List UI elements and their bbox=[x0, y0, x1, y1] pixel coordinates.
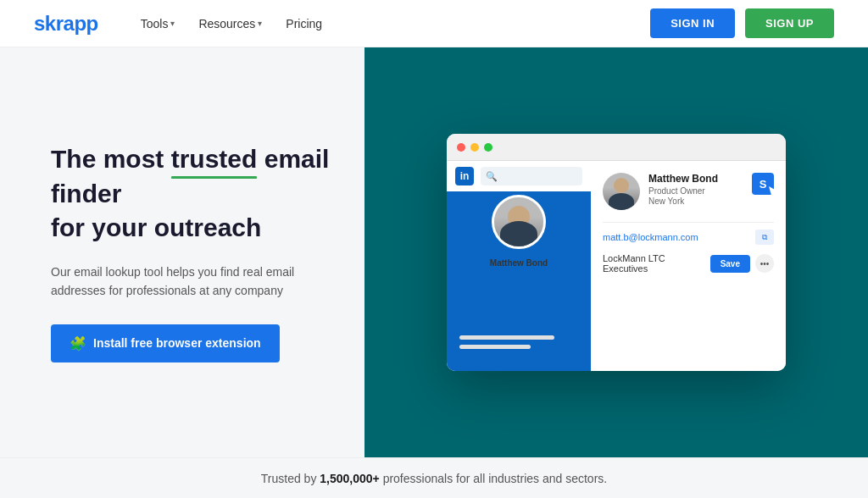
hero-section: The most trusted email finder for your o… bbox=[0, 47, 364, 457]
more-options-button[interactable]: ••• bbox=[755, 254, 774, 273]
li-avatar bbox=[492, 195, 546, 249]
header: skrapp Tools ▾ Resources ▾ Pricing SIGN … bbox=[0, 0, 868, 47]
browser-mockup: in 🔍 Matthew Bond bbox=[447, 134, 786, 371]
nav-tools-label: Tools bbox=[141, 17, 169, 30]
li-nav-bar: in 🔍 bbox=[447, 161, 591, 191]
nav-pricing-label: Pricing bbox=[286, 17, 322, 30]
li-line-2 bbox=[459, 345, 531, 349]
skrapp-extension-icon: S bbox=[752, 173, 774, 195]
browser-dot-red bbox=[457, 143, 465, 152]
popup-avatar bbox=[603, 173, 640, 210]
skrapp-popup: Matthew Bond Product Owner New York S ma… bbox=[591, 161, 786, 371]
li-name-below: Matthew Bond bbox=[447, 258, 591, 268]
nav-resources-label: Resources bbox=[198, 17, 255, 30]
nav-pricing[interactable]: Pricing bbox=[277, 12, 331, 36]
browser-bar bbox=[447, 134, 786, 161]
save-button[interactable]: Save bbox=[710, 255, 750, 273]
popup-email-row: matt.b@lockmann.com ⧉ bbox=[603, 230, 774, 245]
hero-title-part1: The most bbox=[51, 145, 171, 173]
cursor-icon bbox=[769, 186, 777, 198]
li-line-1 bbox=[459, 335, 554, 340]
popup-person-name: Matthew Bond bbox=[648, 173, 743, 185]
popup-person-info: Matthew Bond Product Owner New York bbox=[648, 173, 743, 206]
browser-dot-green bbox=[484, 143, 492, 152]
footer: Trusted by 1,500,000+ professionals for … bbox=[0, 457, 868, 498]
popup-person-role: Product Owner bbox=[648, 186, 743, 196]
puzzle-icon: 🧩 bbox=[70, 335, 86, 351]
header-actions: SIGN IN SIGN UP bbox=[650, 8, 834, 38]
footer-count: 1,500,000+ bbox=[320, 472, 379, 485]
li-avatar-person bbox=[494, 197, 543, 246]
popup-divider bbox=[603, 222, 774, 223]
footer-text: Trusted by 1,500,000+ professionals for … bbox=[261, 472, 607, 485]
popup-person-location: New York bbox=[648, 196, 743, 206]
nav-tools[interactable]: Tools ▾ bbox=[132, 12, 184, 36]
nav-resources[interactable]: Resources ▾ bbox=[190, 12, 270, 36]
popup-email: matt.b@lockmann.com bbox=[603, 232, 750, 242]
hero-title-line2: for your outreach bbox=[51, 213, 261, 241]
cta-label: Install free browser extension bbox=[93, 336, 261, 350]
li-search-bar: 🔍 bbox=[481, 167, 582, 185]
hero-description: Our email lookup tool helps you find rea… bbox=[51, 263, 305, 301]
popup-header: Matthew Bond Product Owner New York S bbox=[603, 173, 774, 210]
install-extension-button[interactable]: 🧩 Install free browser extension bbox=[51, 324, 280, 362]
popup-company-row: LockMann LTC Executives Save ••• bbox=[603, 253, 774, 274]
linkedin-panel: in 🔍 Matthew Bond bbox=[447, 161, 591, 371]
chevron-down-icon: ▾ bbox=[170, 19, 175, 28]
signup-button[interactable]: SIGN UP bbox=[745, 8, 834, 38]
chevron-down-icon: ▾ bbox=[258, 19, 262, 28]
browser-dot-yellow bbox=[470, 143, 479, 152]
linkedin-logo: in bbox=[455, 167, 474, 185]
copy-email-button[interactable]: ⧉ bbox=[755, 230, 774, 245]
hero-trusted-word: trusted bbox=[171, 142, 258, 177]
popup-company: LockMann LTC Executives bbox=[603, 253, 705, 274]
main-nav: Tools ▾ Resources ▾ Pricing bbox=[132, 12, 650, 36]
hero-title: The most trusted email finder for your o… bbox=[51, 142, 331, 246]
li-lines bbox=[459, 335, 578, 354]
search-icon: 🔍 bbox=[486, 171, 498, 182]
illustration-section: in 🔍 Matthew Bond bbox=[364, 47, 868, 457]
footer-prefix: Trusted by bbox=[261, 472, 320, 485]
browser-content: in 🔍 Matthew Bond bbox=[447, 161, 786, 371]
logo[interactable]: skrapp bbox=[34, 12, 98, 36]
main-content: The most trusted email finder for your o… bbox=[0, 47, 868, 457]
signin-button[interactable]: SIGN IN bbox=[650, 8, 735, 38]
footer-suffix: professionals for all industries and sec… bbox=[380, 472, 607, 485]
